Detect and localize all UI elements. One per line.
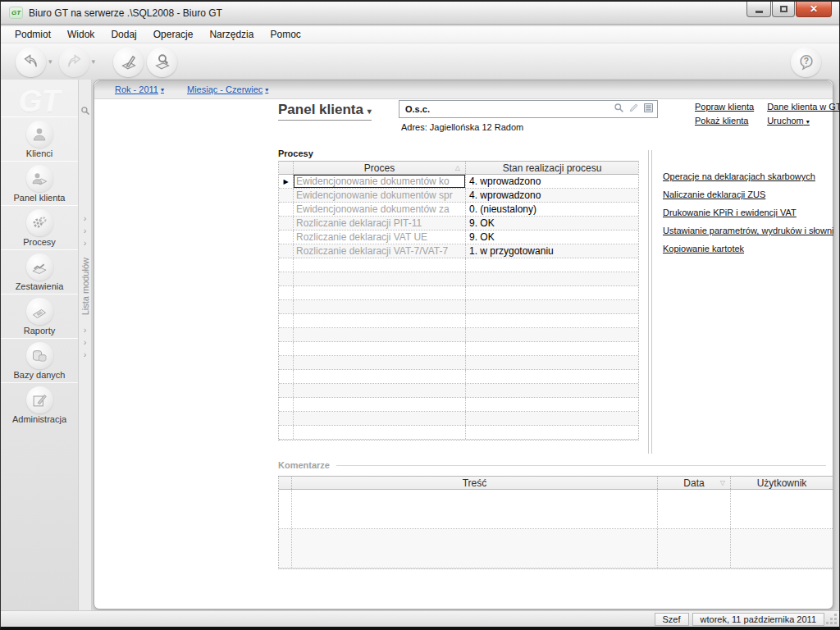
month-filter[interactable]: Miesiąc - Czerwiec ▾ bbox=[187, 84, 268, 94]
table-row[interactable]: ▶ Ewidencjonowanie dokumentów ko 4. wpro… bbox=[279, 175, 638, 189]
lista-modulow-label[interactable]: Lista modułów bbox=[80, 258, 90, 315]
cell-stan[interactable]: 9. OK bbox=[466, 231, 638, 244]
cell-proces[interactable]: Rozliczanie deklaracji VAT UE bbox=[294, 231, 466, 244]
cell-stan[interactable]: 4. wprowadzono bbox=[466, 189, 638, 202]
forward-dropdown-icon[interactable]: ▾ bbox=[92, 57, 96, 66]
column-header-stan[interactable]: Stan realizacji procesu bbox=[466, 162, 638, 174]
find-button[interactable] bbox=[147, 47, 177, 77]
column-header-tresc[interactable]: Treść bbox=[292, 477, 658, 489]
naliczanie-zus-link[interactable]: Naliczanie deklaracji ZUS bbox=[663, 185, 833, 203]
minimize-button[interactable] bbox=[746, 2, 771, 17]
table-row[interactable]: Rozliczanie deklaracji PIT-11 9. OK bbox=[279, 217, 638, 231]
menu-dodaj[interactable]: Dodaj bbox=[103, 27, 144, 42]
chevron-right-icon[interactable]: › bbox=[84, 324, 87, 336]
table-row-empty[interactable] bbox=[279, 258, 638, 272]
chevron-right-icon[interactable]: › bbox=[84, 349, 87, 361]
menu-operacje[interactable]: Operacje bbox=[145, 27, 202, 42]
table-row-empty[interactable] bbox=[279, 356, 638, 370]
table-row-empty[interactable] bbox=[279, 490, 833, 529]
table-row-empty[interactable] bbox=[279, 412, 638, 426]
maximize-button[interactable] bbox=[772, 2, 795, 17]
sidebar-item-klienci[interactable]: Klienci bbox=[1, 116, 78, 161]
close-button[interactable]: ✕ bbox=[796, 2, 832, 17]
sidebar-item-raporty[interactable]: Raporty bbox=[1, 294, 78, 338]
search-icon[interactable] bbox=[614, 102, 624, 116]
client-search-input[interactable]: O.s.c. bbox=[399, 100, 658, 118]
menu-narzedzia[interactable]: Narzędzia bbox=[201, 27, 262, 42]
chevron-down-icon: ▾ bbox=[806, 118, 810, 126]
task-links: Operacje na deklaracjach skarbowych Nali… bbox=[663, 167, 833, 258]
menu-widok[interactable]: Widok bbox=[59, 27, 103, 42]
table-row-empty[interactable] bbox=[279, 342, 638, 356]
sort-desc-icon: ▽ bbox=[720, 479, 725, 486]
column-header-proces[interactable]: Proces △ bbox=[294, 162, 466, 174]
table-row[interactable]: Ewidencjonowanie dokumentów za 0. (nieus… bbox=[279, 203, 638, 217]
forward-button[interactable] bbox=[59, 47, 89, 77]
cell-proces[interactable]: Rozliczanie deklaracji VAT-7/VAT-7 bbox=[294, 244, 466, 258]
edit-button[interactable] bbox=[113, 47, 144, 77]
help-button[interactable]: ? bbox=[791, 47, 821, 77]
vertical-splitter[interactable] bbox=[648, 150, 652, 454]
cell-stan[interactable]: 1. w przygotowaniu bbox=[466, 244, 638, 258]
sidebar-label: Klienci bbox=[26, 148, 52, 158]
column-header-data[interactable]: Data ▽ bbox=[658, 477, 731, 489]
column-header-uzytkownik[interactable]: Użytkownik bbox=[731, 477, 833, 489]
table-row[interactable]: Ewidencjonowanie dokumentów spr 4. wprow… bbox=[279, 189, 638, 203]
table-row-empty[interactable] bbox=[279, 314, 638, 328]
table-row-empty[interactable] bbox=[279, 286, 638, 300]
table-row-empty[interactable] bbox=[279, 370, 638, 384]
dane-klienta-link[interactable]: Dane klienta w GT bbox=[767, 102, 840, 112]
list-icon[interactable] bbox=[643, 102, 654, 116]
row-selector-icon: ▶ bbox=[279, 175, 294, 188]
cell-proces[interactable]: Rozliczanie deklaracji PIT-11 bbox=[294, 217, 466, 230]
chevron-right-icon[interactable]: › bbox=[84, 225, 87, 237]
close-icon: ✕ bbox=[810, 3, 818, 15]
search-icon[interactable] bbox=[80, 104, 90, 119]
svg-text:?: ? bbox=[803, 57, 808, 66]
lista-modulow-strip[interactable]: › › › Lista modułów › › › bbox=[79, 80, 92, 610]
cell-stan[interactable]: 9. OK bbox=[466, 217, 638, 230]
cell-proces[interactable]: Ewidencjonowanie dokumentów ko bbox=[294, 175, 466, 188]
back-dropdown-icon[interactable]: ▾ bbox=[48, 57, 52, 66]
pokaz-klienta-link[interactable]: Pokaż klienta bbox=[695, 116, 754, 126]
drukowanie-kpir-link[interactable]: Drukowanie KPiR i ewidencji VAT bbox=[663, 203, 833, 221]
chevron-right-icon[interactable]: › bbox=[84, 237, 87, 249]
cell-proces[interactable]: Ewidencjonowanie dokumentów za bbox=[294, 203, 466, 216]
page-title[interactable]: Panel klienta ▾ bbox=[278, 102, 372, 121]
ustawianie-parametrow-link[interactable]: Ustawianie parametrów, wydruków i słowni… bbox=[663, 221, 833, 240]
sidebar-label: Zestawienia bbox=[16, 281, 64, 291]
client-address: Adres: Jagiellońska 12 Radom bbox=[401, 122, 523, 132]
magnifier-icon bbox=[154, 53, 171, 70]
sidebar-item-bazy-danych[interactable]: Bazy danych bbox=[1, 338, 78, 382]
pencil-icon[interactable] bbox=[628, 102, 639, 116]
cell-stan[interactable]: 4. wprowadzono bbox=[466, 175, 638, 188]
sidebar-item-panel-klienta[interactable]: Panel klienta bbox=[1, 161, 78, 205]
resize-grip[interactable] bbox=[827, 614, 837, 624]
table-row[interactable]: Rozliczanie deklaracji VAT-7/VAT-7 1. w … bbox=[279, 244, 638, 258]
table-row-empty[interactable] bbox=[279, 426, 638, 440]
kopiowanie-kartotek-link[interactable]: Kopiowanie kartotek bbox=[663, 240, 833, 258]
table-row-empty[interactable] bbox=[279, 384, 638, 398]
chart-icon bbox=[26, 253, 53, 281]
uruchom-link[interactable]: Uruchom ▾ bbox=[767, 116, 840, 126]
back-button[interactable] bbox=[16, 47, 46, 77]
table-row-empty[interactable] bbox=[279, 529, 833, 568]
operacje-deklaracje-link[interactable]: Operacje na deklaracjach skarbowych bbox=[663, 167, 833, 185]
chevron-right-icon[interactable]: › bbox=[84, 212, 87, 225]
popraw-klienta-link[interactable]: Popraw klienta bbox=[695, 102, 754, 112]
sidebar-item-procesy[interactable]: Procesy bbox=[1, 205, 78, 249]
cell-stan[interactable]: 0. (nieustalony) bbox=[466, 203, 638, 216]
chevron-right-icon[interactable]: › bbox=[84, 336, 87, 349]
table-row-empty[interactable] bbox=[279, 328, 638, 342]
year-filter[interactable]: Rok - 2011 ▾ bbox=[115, 84, 164, 94]
table-row-empty[interactable] bbox=[279, 300, 638, 314]
table-row-empty[interactable] bbox=[279, 272, 638, 286]
menu-podmiot[interactable]: Podmiot bbox=[7, 27, 59, 42]
table-row[interactable]: Rozliczanie deklaracji VAT UE 9. OK bbox=[279, 231, 638, 244]
sidebar-item-zestawienia[interactable]: Zestawienia bbox=[1, 249, 78, 294]
window-title: Biuro GT na serwerze .\SQL2008 - Biuro G… bbox=[29, 7, 222, 19]
sidebar-item-administracja[interactable]: Administracja bbox=[1, 382, 78, 427]
table-row-empty[interactable] bbox=[279, 398, 638, 412]
menu-pomoc[interactable]: Pomoc bbox=[262, 27, 308, 42]
cell-proces[interactable]: Ewidencjonowanie dokumentów spr bbox=[294, 189, 466, 202]
